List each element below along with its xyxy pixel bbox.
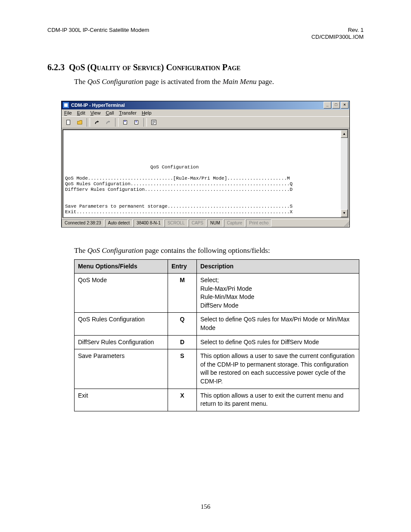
below-text: The QoS Configuration page contains the … [74, 246, 364, 255]
maximize-button[interactable]: □ [332, 102, 340, 109]
cell-name: QoS Mode [75, 274, 168, 313]
status-line: 38400 8-N-1 [134, 219, 164, 227]
close-button[interactable]: × [341, 102, 349, 109]
table-row: QoS Rules ConfigurationQSelect to define… [75, 313, 359, 335]
page-header: CDM-IP 300L IP-Centric Satellite Modem R… [47, 27, 364, 41]
connect-icon[interactable] [92, 118, 102, 127]
options-table: Menu Options/Fields Entry Description Qo… [74, 259, 359, 411]
cell-desc: Select;Rule-Max/Pri ModeRule-Min/Max Mod… [197, 274, 359, 313]
cell-name: QoS Rules Configuration [75, 313, 168, 335]
menu-bar: File Edit View Call Transfer Help [62, 109, 349, 116]
toolbar [62, 116, 349, 128]
cell-name: DiffServ Rules Configuration [75, 335, 168, 349]
status-detect: Auto detect [105, 219, 133, 227]
app-icon [62, 102, 69, 109]
send-icon[interactable] [120, 118, 131, 127]
cell-desc: This option allows a user to exit the cu… [197, 389, 359, 411]
hyperterminal-window: CDM-IP - HyperTerminal _ □ × File Edit V… [61, 101, 350, 227]
status-connected: Connected 2:38:23 [62, 219, 104, 227]
menu-view[interactable]: View [90, 110, 101, 115]
intro-text: The QoS Configuration page is activated … [74, 78, 364, 86]
cell-desc: Select to define QoS rules for DiffServ … [197, 335, 359, 349]
header-right-1: Rev. 1 [311, 27, 364, 34]
table-row: ExitXThis option allows a user to exit t… [75, 389, 359, 411]
cell-name: Exit [75, 389, 168, 411]
open-icon[interactable] [75, 118, 85, 127]
section-title: QoS (Quality of Service) Configuration P… [69, 62, 240, 72]
col-entry: Entry [168, 259, 197, 274]
section-heading: 6.2.3 QoS (Quality of Service) Configura… [47, 62, 364, 72]
terminal-output[interactable]: QoS Configuration QoS Mode..............… [63, 130, 341, 217]
window-title: CDM-IP - HyperTerminal [71, 103, 125, 108]
new-icon[interactable] [63, 118, 74, 127]
menu-call[interactable]: Call [106, 110, 114, 115]
window-titlebar: CDM-IP - HyperTerminal _ □ × [62, 101, 349, 109]
cell-desc: This option allows a user to save the cu… [197, 349, 359, 389]
table-row: Save ParametersSThis option allows a use… [75, 349, 359, 389]
menu-edit[interactable]: Edit [77, 110, 85, 115]
text-italic: Main Menu [223, 78, 257, 86]
scroll-down-icon[interactable]: ▼ [341, 209, 348, 217]
col-menu: Menu Options/Fields [75, 259, 168, 274]
cell-entry: Q [168, 313, 197, 335]
text: page is activated from the [143, 78, 223, 86]
status-bar: Connected 2:38:23 Auto detect 38400 8-N-… [62, 219, 349, 227]
properties-icon[interactable] [149, 118, 159, 127]
cell-entry: D [168, 335, 197, 349]
scroll-up-icon[interactable]: ▲ [341, 130, 348, 138]
svg-rect-0 [67, 120, 70, 124]
status-echo: Print echo [246, 219, 271, 227]
text: The [74, 246, 87, 255]
status-caps: CAPS [189, 219, 206, 227]
status-capture: Capture [224, 219, 246, 227]
menu-transfer[interactable]: Transfer [119, 110, 137, 115]
section-number: 6.2.3 [47, 62, 65, 72]
disconnect-icon[interactable] [103, 118, 113, 127]
text: The [74, 78, 87, 86]
resize-grip-icon[interactable] [342, 220, 349, 227]
cell-desc: Select to define QoS rules for Max/Pri M… [197, 313, 359, 335]
scrollbar[interactable]: ▲ ▼ [341, 130, 348, 217]
cell-entry: X [168, 389, 197, 411]
table-row: QoS ModeMSelect;Rule-Max/Pri ModeRule-Mi… [75, 274, 359, 313]
text-italic: QoS Configuration [87, 246, 143, 255]
page-number: 156 [0, 503, 411, 510]
status-num: NUM [207, 219, 223, 227]
minimize-button[interactable]: _ [324, 102, 331, 109]
cell-entry: S [168, 349, 197, 389]
text-italic: QoS Configuration [87, 78, 143, 86]
menu-help[interactable]: Help [142, 110, 152, 115]
menu-file[interactable]: File [64, 110, 72, 115]
col-desc: Description [197, 259, 359, 274]
status-scroll: SCROLL [165, 219, 188, 227]
receive-icon[interactable] [131, 118, 142, 127]
text: page contains the following options/fiel… [143, 246, 270, 255]
cell-name: Save Parameters [75, 349, 168, 389]
header-left: CDM-IP 300L IP-Centric Satellite Modem [47, 27, 149, 41]
table-row: DiffServ Rules ConfigurationDSelect to d… [75, 335, 359, 349]
text: page. [257, 78, 274, 86]
cell-entry: M [168, 274, 197, 313]
header-right-2: CD/CDMIP300L.IOM [311, 34, 364, 40]
